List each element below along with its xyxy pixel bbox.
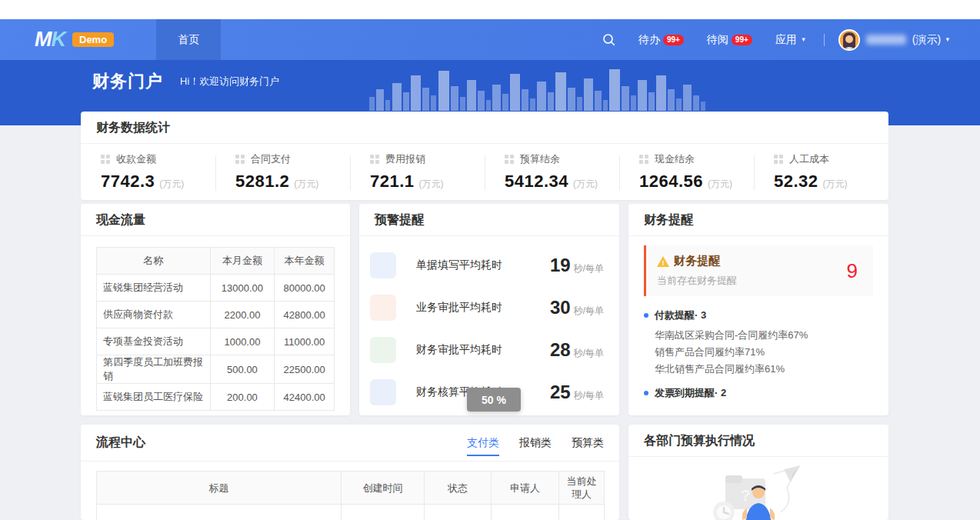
- table-row[interactable]: 蓝锐集团经营活动 13000.00 80000.00: [97, 275, 335, 302]
- col-name: 名称: [97, 248, 211, 275]
- process-table: 标题 创建时间 状态 申请人 当前处理人: [96, 471, 605, 520]
- col-handler: 当前处理人: [559, 472, 605, 505]
- doc-fill-time-icon: [370, 252, 396, 278]
- col-create-time: 创建时间: [342, 472, 425, 505]
- finance-alert-box[interactable]: ! 财务提醒 当前存在财务提醒 9: [644, 245, 873, 296]
- stat-value: 52.32: [774, 172, 818, 192]
- stat-receipts: 收款金额 7742.3(万元): [81, 152, 215, 192]
- stat-unit: (万元): [294, 178, 318, 191]
- cell-year: 11000.00: [275, 328, 335, 355]
- reminder-line[interactable]: 华南战区采购合同-合同履约率67%: [655, 328, 873, 342]
- user-chevron-down-icon[interactable]: ▼: [945, 36, 951, 43]
- tab-budget[interactable]: 预算类: [572, 436, 604, 456]
- cashflow-card: 现金流量 名称 本月金额 本年金额 蓝锐集团经营活动 13000.00 8000…: [81, 204, 350, 415]
- portal-title: 财务门户: [92, 70, 163, 93]
- toread-menu-item[interactable]: 待阅 99+: [707, 33, 752, 47]
- payment-reminder-group: 付款提醒· 3 华南战区采购合同-合同履约率67% 销售产品合同履约率71% 华…: [628, 308, 888, 375]
- cell-year: 80000.00: [275, 275, 335, 302]
- bullet-dot-icon: [644, 391, 648, 395]
- stat-unit: (万元): [419, 178, 444, 191]
- cashflow-header-row: 名称 本月金额 本年金额: [97, 248, 335, 275]
- stat-unit: (万元): [573, 178, 598, 191]
- empty-state-illustration: ?: [628, 457, 888, 520]
- stat-label: 费用报销: [385, 152, 425, 166]
- stat-value: 721.1: [370, 172, 415, 192]
- warning-unit: 秒/每单: [574, 347, 604, 360]
- logo-k-glyph: K: [52, 28, 67, 52]
- cell-month: 2200.00: [210, 302, 275, 328]
- col-year-amount: 本年金额: [275, 248, 335, 275]
- biz-approve-time-icon: [370, 295, 396, 321]
- process-header-row: 标题 创建时间 状态 申请人 当前处理人: [97, 472, 605, 505]
- reminder-line[interactable]: 销售产品合同履约率71%: [655, 345, 873, 358]
- app-logo[interactable]: M K Demo: [35, 28, 114, 52]
- warning-unit: 秒/每单: [574, 262, 604, 275]
- stat-label: 现金结余: [655, 152, 695, 166]
- finance-alert-count: 9: [847, 259, 862, 283]
- warning-label: 单据填写平均耗时: [416, 258, 502, 272]
- stat-cash-balance: 现金结余 1264.56(万元): [619, 152, 754, 192]
- tab-reimburse[interactable]: 报销类: [519, 436, 552, 456]
- cell-name: 第四季度员工加班费报销: [97, 355, 211, 384]
- stat-label: 收款金额: [116, 152, 156, 166]
- todo-menu-item[interactable]: 待办 99+: [638, 33, 684, 47]
- finance-alert-subtitle: 当前存在财务提醒: [657, 274, 847, 288]
- warning-value: 30: [550, 297, 571, 318]
- grid-icon: [639, 155, 648, 164]
- stats-card-title: 财务数据统计: [81, 112, 888, 144]
- tab-payment[interactable]: 支付类: [467, 436, 499, 456]
- stat-unit: (万元): [159, 178, 184, 191]
- cell-year: 42400.00: [275, 384, 335, 411]
- cashflow-table: 名称 本月金额 本年金额 蓝锐集团经营活动 13000.00 80000.00 …: [96, 247, 335, 411]
- warning-value: 19: [550, 255, 571, 276]
- apps-label: 应用: [775, 33, 797, 47]
- table-row[interactable]: [97, 505, 605, 520]
- grid-icon: [774, 155, 783, 164]
- stat-value: 1264.56: [639, 172, 703, 192]
- col-applicant: 申请人: [492, 472, 559, 505]
- portal-welcome-text: Hi！欢迎访问财务门户: [180, 75, 279, 88]
- finance-reminder-card-title: 财务提醒: [628, 204, 888, 236]
- table-row[interactable]: 蓝锐集团员工医疗保险 200.00 42400.00: [97, 384, 335, 411]
- cell-name: 蓝锐集团经营活动: [97, 275, 211, 302]
- avatar[interactable]: [838, 29, 860, 51]
- cashflow-card-title: 现金流量: [81, 204, 350, 236]
- list-item[interactable]: 财务审批平均耗时 28秒/每单: [370, 332, 604, 368]
- group-title-text: 付款提醒· 3: [655, 308, 706, 322]
- grid-icon: [235, 155, 245, 164]
- fin-approve-time-icon: [370, 337, 396, 363]
- payment-reminder-title[interactable]: 付款提醒· 3: [644, 308, 873, 322]
- cell-month: 500.00: [210, 355, 275, 384]
- table-row[interactable]: 第四季度员工加班费报销 500.00 22500.00: [97, 355, 335, 384]
- username-blurred: [866, 35, 906, 45]
- warning-unit: 秒/每单: [574, 389, 604, 402]
- toread-label: 待阅: [707, 33, 728, 47]
- cell-year: 22500.00: [275, 355, 335, 384]
- invoice-reminder-title[interactable]: 发票到期提醒· 2: [644, 386, 873, 400]
- stat-value: 7742.3: [101, 172, 155, 192]
- budget-execution-title: 各部门预算执行情况: [628, 425, 888, 457]
- warning-label: 业务审批平均耗时: [416, 301, 502, 315]
- nav-tab-home[interactable]: 首页: [156, 19, 221, 60]
- search-icon[interactable]: [602, 33, 615, 46]
- cell-year: 42800.00: [275, 302, 335, 328]
- group-title-text: 发票到期提醒· 2: [655, 386, 726, 400]
- stat-label: 预算结余: [520, 152, 560, 166]
- stats-row: 收款金额 7742.3(万元) 合同支付 5281.2(万元) 费用报销 721…: [81, 144, 888, 199]
- finance-reminder-card: 财务提醒 ! 财务提醒 当前存在财务提醒 9 付款提醒· 3 华南战区采购合同-…: [628, 204, 888, 415]
- table-row[interactable]: 专项基金投资活动 1000.00 11000.00: [97, 328, 335, 355]
- stat-unit: (万元): [708, 178, 732, 191]
- reminder-line[interactable]: 华北销售产品合同履约率61%: [655, 362, 873, 375]
- page: M K Demo 首页 待办 99+ 待阅 99+ 应用 ▼: [0, 0, 980, 520]
- navbar-right: 待办 99+ 待阅 99+ 应用 ▼ (演示) ▼: [579, 29, 951, 51]
- apps-menu-item[interactable]: 应用 ▼: [775, 33, 807, 47]
- stat-label: 人工成本: [789, 152, 829, 166]
- process-tabs: 支付类 报销类 预算类: [447, 433, 604, 453]
- cell-name: 专项基金投资活动: [97, 328, 211, 355]
- warnings-list: 单据填写平均耗时 19秒/每单 业务审批平均耗时 30秒/每单 财务审批平均耗时…: [359, 236, 619, 411]
- col-month-amount: 本月金额: [210, 248, 275, 275]
- stats-card: 财务数据统计 收款金额 7742.3(万元) 合同支付 5281.2(万元) 费…: [81, 112, 888, 200]
- list-item[interactable]: 单据填写平均耗时 19秒/每单: [370, 247, 604, 284]
- list-item[interactable]: 业务审批平均耗时 30秒/每单: [370, 289, 604, 326]
- table-row[interactable]: 供应商物资付款 2200.00 42800.00: [97, 302, 335, 328]
